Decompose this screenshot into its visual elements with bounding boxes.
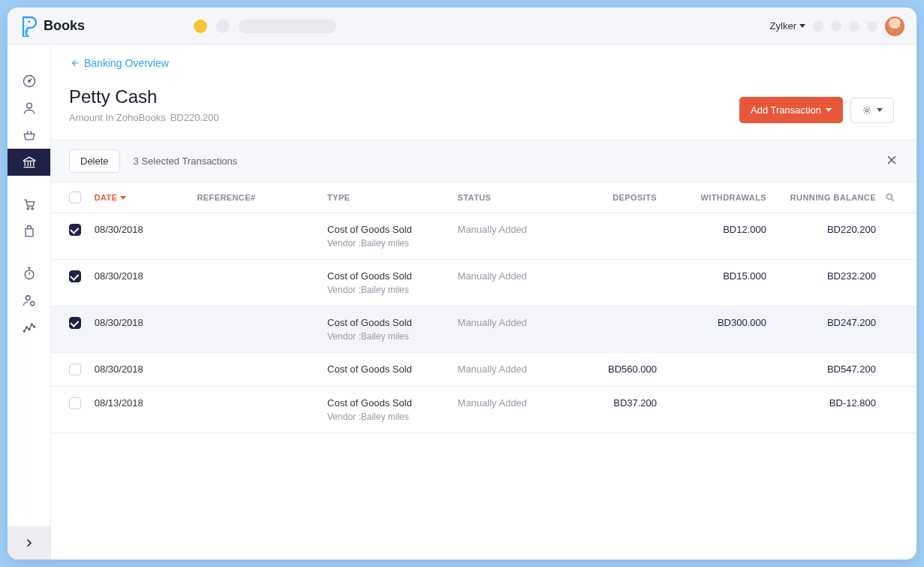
close-selection-button[interactable] [885,153,898,170]
transactions-table: DATE REFERENCE# TYPE STATUS DEPOSITS WIT… [51,182,916,559]
app-logo[interactable]: Books [20,16,185,37]
col-status[interactable]: STATUS [458,193,568,202]
sidebar-item-timesheets[interactable] [8,260,50,287]
breadcrumb: Banking Overview [51,45,916,71]
cell-type: Cost of Goods Sold Vendor :Bailey miles [327,224,452,249]
page-title: Petty Cash [69,86,219,107]
selection-count: 3 Selected Transactions [134,155,238,167]
table-row[interactable]: 08/30/2018 Cost of Goods Sold Vendor :Ba… [51,260,916,306]
bank-icon [22,155,37,170]
col-deposits[interactable]: DEPOSITS [574,193,657,202]
cell-withdrawals: BD15.000 [663,270,766,282]
cell-balance: BD220.200 [772,224,876,235]
back-link-label: Banking Overview [84,57,169,69]
caret-down-icon [877,108,883,112]
cell-date: 08/13/2018 [95,397,191,409]
cell-type: Cost of Goods Sold Vendor :Bailey miles [327,397,452,422]
org-switcher[interactable]: Zylker [770,20,805,32]
basket-icon [22,128,37,143]
books-logo-icon [20,16,38,37]
sidebar-item-purchases[interactable] [8,218,50,245]
gear-icon [862,105,872,116]
cell-balance: BD-12.800 [772,397,876,409]
cell-withdrawals: BD12.000 [663,224,766,235]
delete-button[interactable]: Delete [69,149,120,173]
sidebar-expand[interactable] [8,526,50,559]
settings-button[interactable] [850,98,894,123]
cell-deposits: BD560.000 [574,363,657,375]
topbar-action-4[interactable] [867,21,877,32]
svg-point-1 [26,30,29,32]
selection-bar: Delete 3 Selected Transactions [51,140,916,182]
cell-withdrawals: BD300.000 [663,317,766,328]
table-row[interactable]: 08/30/2018 Cost of Goods Sold Vendor :Ba… [51,306,916,353]
row-checkbox[interactable] [69,270,81,282]
row-checkbox[interactable] [69,397,81,409]
sidebar-item-accountant[interactable] [8,287,50,314]
row-checkbox[interactable] [69,317,81,329]
sidebar [8,45,51,559]
sidebar-item-sales[interactable] [8,191,50,218]
row-checkbox[interactable] [69,363,81,375]
chevron-right-icon [23,537,35,549]
topbar-dot-2 [216,20,230,33]
col-reference[interactable]: REFERENCE# [197,193,322,202]
topbar-search-placeholder[interactable] [239,20,336,33]
table-row[interactable]: 08/30/2018 Cost of Goods Sold Manually A… [51,353,916,387]
table-row[interactable]: 08/13/2018 Cost of Goods Sold Vendor :Ba… [51,387,916,433]
stopwatch-icon [22,266,37,281]
topbar-dot-1 [194,20,207,33]
cell-status: Manually Added [458,270,568,282]
cell-date: 08/30/2018 [95,270,191,282]
cell-type: Cost of Goods Sold [327,363,452,375]
cell-type: Cost of Goods Sold Vendor :Bailey miles [327,270,452,295]
cell-balance: BD547.200 [772,363,876,375]
svg-point-8 [26,296,30,300]
search-icon [885,192,895,203]
cart-icon [22,197,37,212]
topbar-action-3[interactable] [849,21,859,32]
select-all-checkbox[interactable] [69,192,81,204]
col-running-balance[interactable]: RUNNING BALANCE [772,193,876,202]
cell-type: Cost of Goods Sold Vendor :Bailey miles [327,317,452,342]
svg-point-6 [31,208,33,210]
back-link[interactable]: Banking Overview [69,57,169,69]
arrow-left-icon [69,58,80,68]
cell-date: 08/30/2018 [95,363,191,375]
svg-point-12 [29,329,30,330]
svg-point-13 [31,324,32,325]
sidebar-item-reports[interactable] [8,314,50,341]
cell-date: 08/30/2018 [95,224,191,235]
caret-down-icon [826,108,832,112]
topbar-action-1[interactable] [813,21,823,32]
svg-point-11 [26,327,27,328]
row-checkbox[interactable] [69,224,81,236]
cell-date: 08/30/2018 [95,317,191,328]
subtitle-prefix: Amount In ZohoBooks [69,112,166,123]
close-icon [885,153,898,167]
org-name: Zylker [770,20,796,32]
add-transaction-button[interactable]: Add Transaction [739,97,843,123]
gauge-icon [22,74,37,89]
col-withdrawals[interactable]: WITHDRAWALS [663,193,766,202]
table-search-button[interactable] [882,192,898,203]
sidebar-item-contacts[interactable] [8,95,50,122]
person-gear-icon [22,293,37,308]
table-row[interactable]: 08/30/2018 Cost of Goods Sold Vendor :Ba… [51,213,916,260]
sidebar-item-banking[interactable] [8,149,50,176]
sidebar-item-items[interactable] [8,122,50,149]
sort-desc-icon [120,196,126,200]
svg-point-7 [25,270,34,279]
cell-balance: BD232.200 [772,270,876,282]
topbar: Books Zylker [8,8,916,45]
svg-point-15 [865,109,868,112]
cell-status: Manually Added [458,224,568,235]
main: Banking Overview Petty Cash Amount In Zo… [51,45,916,559]
sidebar-item-dashboard[interactable] [8,68,50,95]
topbar-action-2[interactable] [831,21,841,32]
user-avatar[interactable] [885,17,904,36]
col-type[interactable]: TYPE [327,193,452,202]
svg-point-0 [29,20,31,23]
cell-status: Manually Added [458,317,568,328]
col-date[interactable]: DATE [95,193,191,202]
